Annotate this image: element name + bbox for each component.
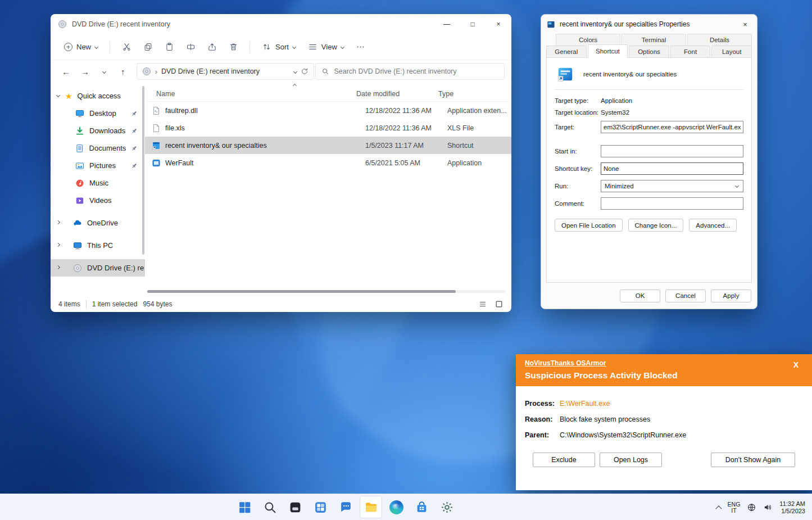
large-icons-view-button[interactable]: [492, 298, 506, 310]
tab-terminal[interactable]: Terminal: [622, 34, 686, 46]
delete-button[interactable]: [223, 38, 243, 57]
chevron-down-icon[interactable]: [56, 93, 60, 97]
sidebar-item-quick-access[interactable]: ★ Quick access: [51, 87, 145, 105]
language-indicator[interactable]: ENG IT: [728, 501, 741, 514]
ok-button[interactable]: OK: [620, 290, 660, 302]
run-select[interactable]: Minimized: [601, 180, 743, 192]
horizontal-scrollbar[interactable]: [147, 290, 506, 293]
taskbar-clock[interactable]: 11:32 AM 1/5/2023: [779, 500, 805, 515]
chevron-right-icon[interactable]: [56, 243, 60, 247]
forward-button[interactable]: →: [76, 62, 94, 80]
tab-colors[interactable]: Colors: [556, 34, 620, 46]
target-location-value: System32: [601, 109, 629, 116]
tab-general[interactable]: General: [546, 46, 587, 58]
start-in-input[interactable]: [601, 145, 743, 157]
sort-button[interactable]: Sort: [256, 38, 301, 57]
tab-layout[interactable]: Layout: [711, 46, 752, 58]
exclude-button[interactable]: Exclude: [533, 453, 595, 467]
osarmor-brand-link[interactable]: NoVirusThanks OSArmor: [525, 359, 803, 367]
windows-start-icon: [238, 500, 252, 514]
network-globe-icon[interactable]: [747, 503, 756, 512]
sidebar-item-pictures[interactable]: Pictures: [51, 157, 145, 174]
file-type: Application: [447, 159, 511, 167]
hidden-icons-chevron[interactable]: [715, 505, 722, 512]
tab-options[interactable]: Options: [629, 46, 669, 58]
sidebar-item-downloads[interactable]: Downloads: [51, 122, 145, 139]
advanced-button[interactable]: Advanced...: [689, 219, 737, 232]
edge-button[interactable]: [385, 496, 407, 518]
sidebar-item-dvd-drive[interactable]: DVD Drive (E:) re: [51, 259, 145, 277]
refresh-icon[interactable]: [301, 67, 309, 75]
parent-label: Parent:: [525, 431, 560, 439]
close-button[interactable]: ×: [486, 14, 511, 34]
sidebar-item-videos[interactable]: Videos: [51, 192, 145, 209]
column-header-date-modified[interactable]: Date modified: [356, 90, 438, 98]
toolbar-divider: [110, 41, 110, 53]
properties-titlebar: recent inventory& our specialties Proper…: [541, 15, 757, 34]
view-button[interactable]: View: [302, 38, 350, 57]
search-input[interactable]: [334, 67, 498, 75]
file-row-selected[interactable]: recent inventory& our specialties 1/5/20…: [145, 137, 511, 154]
horizontal-scrollbar-thumb[interactable]: [147, 290, 456, 293]
widgets-button[interactable]: [309, 496, 332, 518]
share-button[interactable]: [202, 38, 222, 57]
osarmor-headline: Suspicious Process Activity Blocked: [525, 370, 803, 381]
open-file-location-button[interactable]: Open File Location: [555, 219, 623, 232]
cut-button[interactable]: [116, 38, 137, 57]
cancel-button[interactable]: Cancel: [665, 290, 706, 302]
comment-label: Comment:: [555, 200, 601, 207]
file-row[interactable]: file.xls 12/18/2022 11:36 AM XLS File: [145, 119, 511, 137]
close-icon[interactable]: X: [793, 360, 799, 369]
tab-font[interactable]: Font: [670, 46, 711, 58]
column-header-type[interactable]: Type: [438, 90, 511, 98]
start-button[interactable]: [233, 496, 256, 518]
apply-button[interactable]: Apply: [711, 290, 751, 302]
column-header-name[interactable]: Name: [145, 90, 356, 98]
tab-shortcut[interactable]: Shortcut: [588, 44, 628, 58]
more-options-button[interactable]: [351, 38, 371, 57]
tab-details[interactable]: Details: [687, 34, 752, 46]
store-button[interactable]: [410, 496, 433, 518]
chat-button[interactable]: [334, 496, 357, 518]
sidebar-item-desktop[interactable]: Desktop: [51, 105, 145, 122]
comment-input[interactable]: [601, 197, 743, 210]
chevron-right-icon[interactable]: [56, 265, 60, 269]
dont-show-again-button[interactable]: Don't Show Again: [711, 453, 795, 467]
rename-button[interactable]: [180, 38, 201, 57]
file-explorer-icon: [364, 500, 378, 514]
chevron-right-icon[interactable]: [56, 220, 60, 224]
file-explorer-button[interactable]: [360, 496, 382, 518]
speaker-icon[interactable]: [763, 503, 773, 512]
address-breadcrumb[interactable]: › DVD Drive (E:) recent inventory: [137, 63, 315, 80]
sidebar-item-documents[interactable]: Documents: [51, 139, 145, 157]
recent-locations-button[interactable]: [95, 62, 113, 80]
run-row: Run: Minimized: [555, 180, 743, 192]
chevron-down-icon[interactable]: [293, 69, 297, 73]
back-button[interactable]: ←: [57, 62, 75, 80]
up-button[interactable]: ↑: [114, 62, 132, 80]
shortcut-key-input[interactable]: [601, 162, 743, 175]
sidebar-item-music[interactable]: Music: [51, 174, 145, 192]
sidebar-item-onedrive[interactable]: OneDrive: [51, 214, 145, 232]
file-row[interactable]: faultrep.dll 12/18/2022 11:36 AM Applica…: [145, 102, 511, 119]
copy-button[interactable]: [138, 38, 158, 57]
settings-button[interactable]: [436, 496, 458, 518]
sidebar-item-label: OneDrive: [87, 219, 118, 227]
sidebar-item-label: Documents: [89, 144, 126, 152]
minimize-button[interactable]: —: [434, 14, 460, 34]
search-button[interactable]: [258, 496, 281, 518]
task-view-button[interactable]: [284, 496, 306, 518]
sidebar-scrollbar[interactable]: [142, 86, 144, 255]
target-input[interactable]: [601, 121, 743, 133]
file-row[interactable]: WerFault 6/5/2021 5:05 AM Application: [145, 154, 511, 171]
sidebar-item-this-pc[interactable]: This PC: [51, 237, 145, 254]
open-logs-button[interactable]: Open Logs: [600, 453, 662, 467]
details-view-button[interactable]: [476, 298, 489, 310]
maximize-button[interactable]: □: [460, 14, 486, 34]
paste-button[interactable]: [159, 38, 179, 57]
toolbar-divider: [250, 41, 250, 53]
new-button[interactable]: + New: [58, 38, 103, 57]
close-icon[interactable]: ×: [733, 15, 757, 34]
file-date-modified: 6/5/2021 5:05 AM: [365, 159, 447, 167]
change-icon-button[interactable]: Change Icon...: [628, 219, 684, 232]
